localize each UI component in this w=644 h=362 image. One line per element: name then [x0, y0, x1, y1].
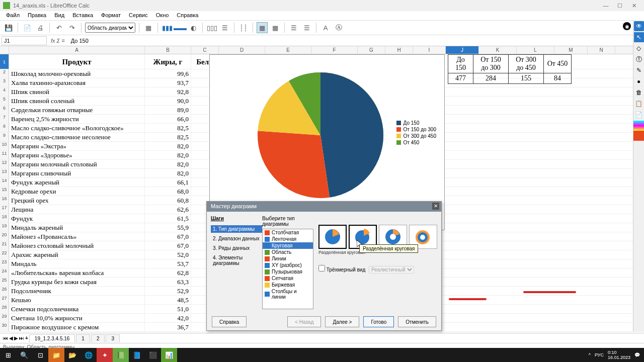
3d-style-select: Реалистичный: [369, 266, 414, 274]
sidebar-gradient-icon[interactable]: [633, 121, 644, 131]
sidebar-eye-icon[interactable]: 👁: [634, 21, 644, 31]
sidebar-text-icon[interactable]: Ⓣ: [634, 54, 644, 64]
menu-Окно[interactable]: Окно: [152, 11, 173, 20]
tab-nav-prev[interactable]: ◀: [9, 335, 13, 341]
tb-export-icon[interactable]: 📄: [22, 22, 33, 33]
step-1[interactable]: 1. Тип диаграммы: [211, 225, 262, 233]
chart-type-list[interactable]: СтолбчатаяЛенточнаяКруговаяОбластьЛинииX…: [262, 229, 313, 309]
tb-app-4[interactable]: 📘: [129, 348, 145, 362]
sidebar-cursor-icon[interactable]: ↖: [634, 32, 644, 42]
tb-app-5[interactable]: ⬛: [145, 348, 161, 362]
tab-nav-next[interactable]: ▶: [14, 335, 18, 341]
chart-type-option[interactable]: Область: [263, 249, 313, 255]
menu-Сервис[interactable]: Сервис: [125, 11, 152, 20]
tray-lang[interactable]: РУС: [595, 352, 604, 357]
sheet-tab-3[interactable]: 2: [91, 334, 105, 342]
step-2[interactable]: 2. Диапазон данных: [211, 235, 262, 242]
tb-app-2[interactable]: ✦: [97, 348, 113, 362]
chart-type-option[interactable]: Столбчатая: [263, 229, 313, 236]
chart-type-option[interactable]: Столбцы и линии: [263, 288, 313, 300]
tb-calc[interactable]: 📊: [161, 348, 177, 362]
title-bar: 14_araxis.xls - LibreOffice Calc — ☐ ✕: [0, 0, 644, 11]
tb-candlestick-icon[interactable]: ┊┊: [238, 22, 249, 33]
chart-type-option[interactable]: Биржевая: [263, 282, 313, 288]
tb-align2-icon[interactable]: ☰: [301, 22, 312, 33]
menu-Справка[interactable]: Справка: [173, 11, 202, 20]
tab-nav-last[interactable]: ⏭: [19, 335, 24, 341]
sidebar-copy-icon[interactable]: 📋: [634, 99, 644, 109]
menu-Вставка[interactable]: Вставка: [68, 11, 97, 20]
tb-bars-icon[interactable]: ▯▯▯: [206, 22, 217, 33]
menu-Формат[interactable]: Формат: [97, 11, 125, 20]
sidebar-circle-icon[interactable]: ●: [634, 76, 644, 86]
tray-up[interactable]: ^: [589, 352, 591, 357]
tb-table-icon[interactable]: ▦: [143, 22, 154, 33]
dialog-title-bar[interactable]: Мастер диаграмм ✕: [207, 202, 441, 212]
name-box[interactable]: [2, 36, 47, 45]
step-3[interactable]: 3. Ряды данных: [211, 244, 262, 252]
sidebar-color-icon[interactable]: [633, 131, 644, 141]
sidebar-paste-icon[interactable]: 📄: [634, 110, 644, 120]
menu-Правка[interactable]: Правка: [24, 11, 50, 20]
tb-app-1[interactable]: 📁: [48, 348, 64, 362]
tb-align1-icon[interactable]: ☰: [288, 22, 299, 33]
chart-type-option[interactable]: Сетчатая: [263, 275, 313, 282]
tb-text-icon[interactable]: A: [320, 22, 331, 33]
sheet-tab-1[interactable]: 19_1.2.3.4.5.16: [29, 334, 75, 342]
dialog-close-icon[interactable]: ✕: [432, 203, 439, 210]
tab-add[interactable]: +: [25, 335, 28, 341]
chart-type-option[interactable]: XY (разброс): [263, 262, 313, 268]
sidebar-shape-icon[interactable]: ◇: [634, 43, 644, 53]
tb-app-3[interactable]: 📗: [113, 348, 129, 362]
chart-type-option[interactable]: Линии: [263, 255, 313, 262]
close-button[interactable]: ✕: [627, 3, 641, 9]
finish-button[interactable]: Готово: [363, 316, 394, 327]
tb-explorer[interactable]: 📂: [64, 348, 80, 362]
legend-item: От 150 до 300: [396, 127, 436, 132]
main-toolbar: 💾 📄 🖨 ↶ ↷ Область диаграммы ▦ ▮▮▮ ▬▬ ◐ ▯…: [0, 20, 644, 35]
minimize-button[interactable]: —: [599, 3, 613, 9]
next-button[interactable]: Далее >: [325, 316, 359, 327]
tb-grid1-icon[interactable]: ▦: [257, 22, 268, 33]
chart-type-option[interactable]: Пузырьковая: [263, 268, 313, 275]
maximize-button[interactable]: ☐: [613, 3, 627, 9]
menu-Файл[interactable]: Файл: [2, 11, 24, 20]
sheet-tab-2[interactable]: 1: [76, 334, 90, 342]
fx-icon[interactable]: fx Σ =: [47, 38, 69, 44]
formula-content[interactable]: До 150: [69, 38, 644, 44]
sidebar-pencil-icon[interactable]: ✎: [634, 65, 644, 75]
tb-chart1-icon[interactable]: ▮▮▮: [162, 22, 173, 33]
obs-icon[interactable]: ◉: [623, 22, 631, 30]
tab-nav-first[interactable]: ⏮: [3, 335, 8, 341]
sidebar-delete-icon[interactable]: 🗑: [634, 87, 644, 98]
cancel-button[interactable]: Отменить: [398, 316, 436, 327]
search-icon[interactable]: 🔍: [16, 348, 32, 362]
start-button[interactable]: ⊞: [0, 348, 16, 362]
help-button[interactable]: Справка: [212, 316, 247, 327]
tb-hbars-icon[interactable]: ☰: [219, 22, 230, 33]
col-j-header[interactable]: J: [446, 46, 479, 54]
chart-type-option[interactable]: Ленточная: [263, 236, 313, 242]
tb-print-icon[interactable]: 🖨: [35, 22, 46, 33]
tb-redo-icon[interactable]: ↷: [66, 22, 77, 33]
subtype-pie[interactable]: [318, 225, 347, 249]
app-icon: [3, 2, 10, 9]
step-4[interactable]: 4. Элементы диаграммы: [211, 254, 262, 267]
3d-checkbox[interactable]: [318, 265, 325, 272]
tray-clock[interactable]: 0:1016.01.2023: [608, 350, 630, 360]
chart-type-option[interactable]: Круговая: [263, 242, 313, 249]
taskview-icon[interactable]: ⊡: [32, 348, 48, 362]
tb-chrome[interactable]: 🌐: [80, 348, 97, 362]
tb-chart3-icon[interactable]: ◐: [188, 22, 199, 33]
tb-rotate-icon[interactable]: Ⓐ: [333, 22, 344, 33]
tb-undo-icon[interactable]: ↶: [53, 22, 64, 33]
style-selector[interactable]: Область диаграммы: [85, 23, 135, 33]
tb-save-icon[interactable]: 💾: [3, 22, 14, 33]
tray-notif[interactable]: 💬: [634, 352, 640, 357]
menu-Вид[interactable]: Вид: [50, 11, 68, 20]
sheet-tab-4[interactable]: 3: [106, 334, 120, 342]
summary-table[interactable]: До 150 От 150 до 300 От 300 до 450 От 45…: [448, 54, 572, 84]
column-headers: A B C D E F G H I J K L M N: [0, 46, 644, 54]
tb-grid2-icon[interactable]: ▦: [270, 22, 281, 33]
tb-chart2-icon[interactable]: ▬▬: [175, 22, 186, 33]
